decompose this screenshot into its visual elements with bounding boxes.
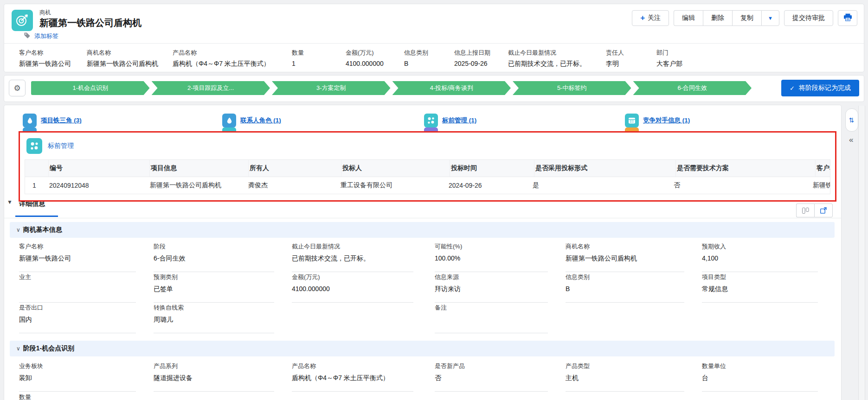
field: 产品类型 主机	[566, 361, 684, 392]
field: 备注	[435, 303, 548, 333]
field: 是否出口 国内	[19, 303, 136, 333]
field: 业主	[19, 272, 136, 303]
stage-chevron[interactable]: 5-中标签约	[513, 81, 631, 95]
opportunity-app-icon	[12, 10, 33, 31]
project-link[interactable]: 新疆第一铁路公司盾构机	[149, 177, 247, 194]
stage-chevron[interactable]: 6-合同生效	[633, 81, 752, 95]
owner-link[interactable]: 龚俊杰	[247, 177, 340, 194]
converted-lead-link[interactable]: 周璐儿	[154, 316, 274, 324]
water-drop-icon	[23, 114, 37, 127]
layout-columns-button[interactable]	[796, 203, 814, 217]
owner-link[interactable]: 李明	[606, 60, 656, 68]
customer-link[interactable]: 新疆第一铁路公司	[19, 254, 136, 263]
active-tab-underline	[15, 216, 58, 217]
tab-strip-divider	[4, 218, 841, 218]
opportunity-header-card: 商机 新疆第一铁路公司盾构机 添加标签 + 关注 编辑 删除 复制 ▼ 提交待审…	[4, 4, 864, 72]
stage-pipeline-card: ⚙ 1-机会点识别 2-项目跟踪及立... 3-方案定制 4-投标/商务谈判 5…	[4, 75, 864, 102]
field: 客户名称 新疆第一铁路公司	[19, 241, 136, 272]
stage-chevron[interactable]: 2-项目跟踪及立...	[152, 81, 270, 95]
field: 阶段 6-合同生效	[154, 241, 274, 272]
calendar-grid-icon	[625, 114, 639, 127]
collapse-panel-icon[interactable]: «	[849, 135, 853, 145]
field: 产品名称 盾构机（Φ4～Φ7 米土压平衡式）	[292, 361, 413, 392]
bidder-cell: 重工设备有限公司	[340, 177, 448, 194]
stage-path: 1-机会点识别 2-项目跟踪及立... 3-方案定制 4-投标/商务谈判 5-中…	[31, 81, 752, 95]
chevron-down-icon: ∨	[16, 227, 20, 233]
cluster-icon	[424, 114, 438, 127]
pre-bid-table: 编号 项目信息 所有人 投标人 投标时间 是否采用投标形式 是否需要技术方案 客…	[25, 159, 830, 194]
summary-field: 产品名称 盾构机（Φ4～Φ7 米土压平衡式）	[173, 49, 292, 68]
related-quick-links: 项目铁三角 (3) 联系人角色 (1) 标前管理 (1) 竞争对手信息 (1)	[4, 114, 841, 128]
submit-approval-button[interactable]: 提交待审批	[784, 10, 833, 26]
section-header-basic-info[interactable]: ∨ 商机基本信息	[10, 222, 835, 238]
copy-button[interactable]: 复制	[732, 10, 761, 26]
pipeline-settings-button[interactable]: ⚙	[9, 80, 26, 96]
more-actions-button[interactable]: ▼	[761, 10, 779, 26]
need-tech-plan-cell: 否	[673, 177, 812, 194]
gear-icon: ⚙	[13, 83, 20, 93]
field: 项目类型 常规信息	[702, 272, 818, 303]
customer-link[interactable]: 新疆第一铁路公司	[19, 60, 87, 68]
column-header: 编号	[49, 160, 150, 177]
related-link-project-triangle[interactable]: 项目铁三角 (3)	[23, 114, 82, 127]
object-type-label: 商机	[39, 9, 51, 17]
expand-button[interactable]	[814, 203, 833, 217]
column-header: 项目信息	[150, 160, 249, 177]
basic-info-grid-row1: 客户名称 新疆第一铁路公司 阶段 6-合同生效 截止今日最新情况 已前期技术交流…	[19, 241, 836, 272]
collapse-caret-icon[interactable]: ▼	[7, 199, 13, 205]
stage1-grid-row1: 业务板块 装卸 产品系列 隧道掘进设备 产品名称 盾构机（Φ4～Φ7 米土压平衡…	[19, 361, 836, 392]
summary-field: 金额(万元) 4100.000000	[346, 49, 404, 68]
field: 是否新产品 否	[435, 361, 548, 392]
summary-strip: 客户名称 新疆第一铁路公司 商机名称 新疆第一铁路公司盾构机 产品名称 盾构机（…	[19, 49, 682, 68]
print-button[interactable]	[838, 10, 857, 26]
column-header: 投标时间	[450, 160, 534, 177]
delete-button[interactable]: 删除	[703, 10, 732, 26]
detail-toolbar	[796, 203, 833, 217]
stage-chevron[interactable]: 1-机会点识别	[31, 81, 150, 95]
field: 截止今日最新情况 已前期技术交流，已开标。	[292, 241, 413, 272]
field: 预期收入 4,100	[702, 241, 818, 272]
field-label-quantity: 数量	[19, 393, 31, 400]
follow-button[interactable]: + 关注	[632, 10, 669, 26]
field-empty	[702, 303, 818, 333]
summary-field: 信息上报日期 2025-09-26	[454, 49, 508, 68]
chevron-down-icon: ▼	[768, 15, 773, 21]
related-link-competitors[interactable]: 竞争对手信息 (1)	[625, 114, 690, 127]
customer-cell: 新疆铁路公司	[812, 177, 830, 194]
check-icon: ✓	[790, 85, 795, 92]
summary-field: 数量 1	[292, 49, 346, 68]
field: 信息来源 拜访来访	[435, 272, 548, 303]
add-tag-link[interactable]: 添加标签	[34, 32, 58, 40]
field: 可能性(%) 100.00%	[435, 241, 548, 272]
column-header: 是否采用投标形式	[534, 160, 676, 177]
summary-field: 截止今日最新情况 已前期技术交流，已开标。	[508, 49, 606, 68]
field: 信息类别 B	[566, 272, 684, 303]
record-id-link[interactable]: 20240912048	[48, 177, 149, 194]
stage-chevron[interactable]: 4-投标/商务谈判	[392, 81, 511, 95]
column-header: 是否需要技术方案	[676, 160, 816, 177]
plus-icon: +	[640, 13, 645, 23]
water-drop-icon	[222, 114, 236, 127]
field: 预测类别 已签单	[154, 272, 274, 303]
header-divider	[4, 43, 864, 44]
summary-field: 商机名称 新疆第一铁路公司盾构机	[87, 49, 173, 68]
field-empty	[566, 303, 684, 333]
related-link-pre-bid[interactable]: 标前管理 (1)	[424, 114, 476, 127]
section-header-stage1[interactable]: ∨ 阶段1-机会点识别	[10, 341, 835, 356]
pre-bid-title-link[interactable]: 标前管理	[48, 142, 74, 150]
stage-chevron[interactable]: 3-方案定制	[272, 81, 391, 95]
add-tag-row: 添加标签	[24, 32, 58, 40]
field: 金额(万元) 4100.000000	[292, 272, 413, 303]
panel-swap-button[interactable]: ⇄	[845, 108, 858, 132]
edit-button[interactable]: 编辑	[674, 10, 703, 26]
field: 业务板块 装卸	[19, 361, 136, 392]
cluster-icon	[26, 138, 42, 154]
bid-date-cell: 2024-09-26	[448, 177, 532, 194]
expand-icon	[820, 207, 827, 214]
field: 商机名称 新疆第一铁路公司盾构机	[566, 241, 684, 272]
printer-icon	[843, 13, 852, 23]
record-actions-group: 编辑 删除 复制 ▼	[674, 10, 779, 26]
summary-field: 部门 大客户部	[656, 49, 682, 68]
related-link-contact-roles[interactable]: 联系人角色 (1)	[222, 114, 281, 127]
mark-stage-complete-button[interactable]: ✓ 将阶段标记为完成	[781, 80, 859, 96]
